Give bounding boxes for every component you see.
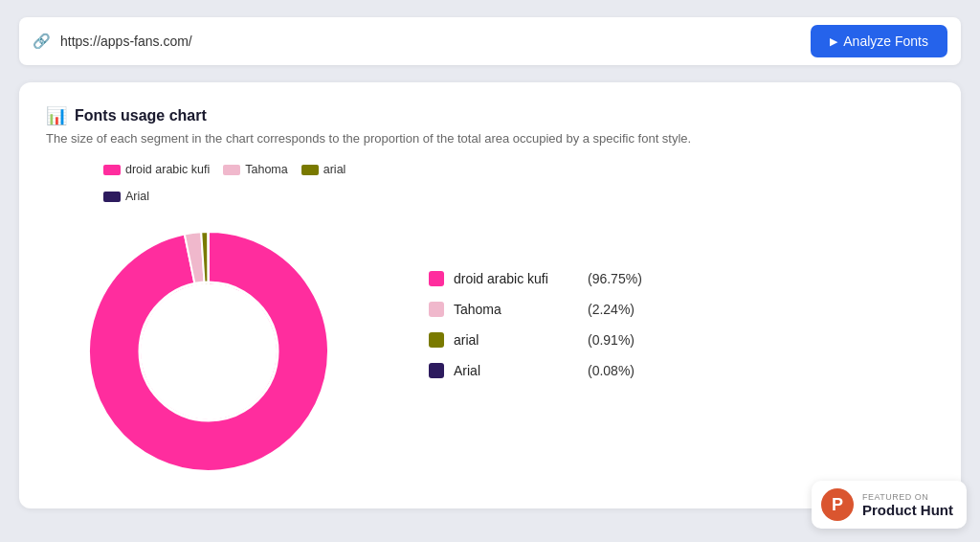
legend-swatch (103, 165, 121, 175)
donut-segment (208, 232, 209, 284)
play-icon: ▶ (830, 35, 837, 48)
legend-top-label: arial (323, 163, 346, 176)
svg-point-0 (140, 282, 278, 420)
legend-top-item: Arial (103, 190, 149, 203)
legend-dot (429, 363, 444, 378)
legend-top-label: droid arabic kufi (125, 163, 210, 176)
legend-swatch (223, 165, 240, 175)
legend-dot (429, 271, 444, 286)
product-hunt-text: FEATURED ON Product Hunt (862, 492, 953, 518)
legend-top-item: droid arabic kufi (103, 163, 210, 176)
product-hunt-badge[interactable]: P FEATURED ON Product Hunt (812, 481, 967, 529)
chart-icon: 📊 (46, 105, 67, 126)
url-bar: 🔗 https://apps-fans.com/ ▶ Analyze Fonts (19, 17, 961, 65)
legend-swatch (103, 192, 121, 202)
legend-right-label: Arial (454, 363, 578, 378)
donut-svg-wrap (46, 213, 371, 486)
url-text: https://apps-fans.com/ (60, 34, 801, 49)
chart-card: 📊 Fonts usage chart The size of each seg… (19, 82, 961, 508)
analyze-fonts-button[interactable]: ▶ Analyze Fonts (811, 25, 947, 57)
chart-area: droid arabic kufi Tahoma arial Arial dro… (46, 163, 934, 486)
legend-right-row: Tahoma (2.24%) (429, 302, 934, 317)
donut-chart (75, 213, 343, 486)
legend-right-row: droid arabic kufi (96.75%) (429, 271, 934, 286)
legend-top-label: Arial (125, 190, 149, 203)
legend-right: droid arabic kufi (96.75%) Tahoma (2.24%… (371, 271, 934, 378)
legend-top: droid arabic kufi Tahoma arial Arial (46, 163, 371, 203)
legend-right-row: arial (0.91%) (429, 332, 934, 348)
legend-dot (429, 302, 444, 317)
donut-container: droid arabic kufi Tahoma arial Arial (46, 163, 371, 486)
legend-right-pct: (96.75%) (588, 271, 642, 286)
legend-swatch (301, 165, 319, 175)
legend-right-pct: (0.91%) (588, 332, 635, 348)
legend-top-item: Tahoma (223, 163, 287, 176)
page-wrapper: 🔗 https://apps-fans.com/ ▶ Analyze Fonts… (0, 0, 980, 542)
link-icon: 🔗 (33, 33, 51, 50)
legend-top-item: arial (301, 163, 346, 176)
legend-right-pct: (0.08%) (588, 363, 635, 378)
chart-title: Fonts usage chart (75, 107, 207, 124)
chart-header: 📊 Fonts usage chart (46, 105, 934, 126)
product-hunt-logo: P (821, 488, 854, 521)
legend-right-label: droid arabic kufi (454, 271, 578, 286)
legend-right-label: Tahoma (454, 302, 578, 317)
legend-right-label: arial (454, 332, 578, 348)
product-hunt-name: Product Hunt (862, 502, 953, 518)
chart-description: The size of each segment in the chart co… (46, 131, 934, 146)
legend-dot (429, 332, 444, 348)
legend-right-row: Arial (0.08%) (429, 363, 934, 378)
product-hunt-featured: FEATURED ON (862, 492, 953, 502)
legend-top-label: Tahoma (245, 163, 287, 176)
legend-right-pct: (2.24%) (588, 302, 635, 317)
